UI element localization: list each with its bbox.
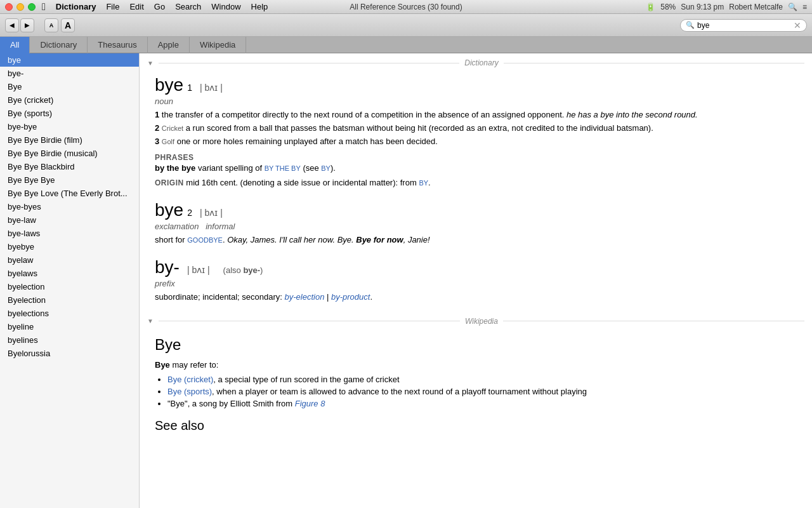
content-area: ▼ Dictionary bye 1 | bʌɪ | noun 1 the tr… (140, 53, 812, 508)
list-item[interactable]: Byelorussia (0, 347, 139, 360)
list-item[interactable]: byelection (0, 280, 139, 293)
list-item[interactable]: bye- (0, 67, 139, 80)
menu-search[interactable]: Search (170, 0, 206, 14)
see-also-header: See also (155, 418, 797, 433)
battery-level: 58% (660, 3, 676, 11)
list-item[interactable]: Bye (0, 80, 139, 93)
entry-superscript-2: 2 (187, 208, 192, 218)
bye-sports-link[interactable]: Bye (sports) (167, 387, 212, 396)
toolbar: ◀ ▶ A A 🔍 ✕ (0, 14, 812, 37)
wiki-intro: Bye may refer to: (155, 359, 797, 372)
entry-pronunciation-3: | bʌɪ | (187, 265, 210, 275)
menu-file[interactable]: File (101, 0, 124, 14)
entry-pos-3: prefix (155, 279, 797, 288)
search-input[interactable] (697, 21, 794, 30)
entry-word-line-2: bye 2 | bʌɪ | (155, 200, 797, 220)
list-item[interactable]: Bye Bye Blackbird (0, 160, 139, 173)
list-item[interactable]: byelines (0, 333, 139, 347)
sidebar: bye bye- Bye Bye (cricket) Bye (sports) … (0, 53, 140, 508)
bye-cricket-link[interactable]: Bye (cricket) (167, 375, 213, 384)
list-item[interactable]: byebye (0, 240, 139, 253)
entry-pos: noun (155, 97, 797, 106)
entry-bye-1: bye 1 | bʌɪ | noun 1 the transfer of a c… (140, 72, 812, 197)
entry-word-line: bye 1 | bʌɪ | (155, 75, 797, 95)
maximize-button[interactable] (28, 3, 36, 11)
list-item[interactable]: Bye (cricket) (0, 93, 139, 107)
list-item[interactable]: Bye Bye Bye (0, 173, 139, 187)
search-magnifier-icon: 🔍 (686, 21, 695, 29)
list-item[interactable]: Byelection (0, 293, 139, 307)
forward-button[interactable]: ▶ (20, 18, 34, 32)
list-item: Bye (cricket), a special type of run sco… (167, 375, 797, 384)
minimize-button[interactable] (16, 3, 24, 11)
username: Robert Metcalfe (729, 3, 783, 11)
list-item[interactable]: byeline (0, 320, 139, 333)
menu-extra-icon[interactable]: ≡ (802, 3, 807, 11)
back-button[interactable]: ◀ (5, 18, 19, 32)
list-item[interactable]: byelaws (0, 267, 139, 280)
font-size-controls: A A (44, 18, 75, 32)
entry-superscript: 1 (187, 83, 192, 93)
tab-all[interactable]: All (0, 37, 30, 53)
origin-text: mid 16th cent. (denoting a side issue or… (186, 178, 430, 187)
by-product-link[interactable]: by-product (331, 292, 370, 302)
origin-header: ORIGIN (155, 178, 184, 187)
list-item[interactable]: bye-law (0, 213, 139, 227)
entry-pos-2: exclamation informal (155, 222, 797, 231)
search-clear-button[interactable]: ✕ (794, 21, 801, 30)
phrases-header: PHRASES (155, 153, 797, 162)
list-item[interactable]: bye-byes (0, 200, 139, 213)
menu-window[interactable]: Window (206, 0, 246, 14)
list-item[interactable]: byelections (0, 307, 139, 320)
list-item[interactable]: Bye Bye Birdie (musical) (0, 147, 139, 160)
font-large-button[interactable]: A (61, 18, 75, 32)
figure-8-link[interactable]: Figure 8 (295, 399, 325, 408)
divider-left-wiki (159, 321, 460, 321)
tab-dictionary[interactable]: Dictionary (30, 37, 88, 53)
menu-help[interactable]: Help (246, 0, 273, 14)
list-item[interactable]: Bye (sports) (0, 107, 139, 120)
divider-left (159, 63, 459, 64)
tab-wikipedia[interactable]: Wikipedia (190, 37, 246, 53)
main-layout: bye bye- Bye Bye (cricket) Bye (sports) … (0, 53, 812, 508)
apple-menu-icon[interactable]:  (42, 1, 46, 13)
wiki-list: Bye (cricket), a special type of run sco… (167, 375, 797, 408)
list-item[interactable]: byelaw (0, 253, 139, 267)
entry-short-for: short for GOODBYE. Okay, James. I'll cal… (155, 234, 797, 247)
tab-apple[interactable]: Apple (148, 37, 190, 53)
entry-also: (also bye-) (216, 265, 263, 275)
entry-headword: bye (155, 75, 183, 95)
menu-view[interactable]: Go (149, 0, 170, 14)
phrases-content: by the bye variant spelling of BY THE BY… (155, 163, 797, 173)
nav-buttons: ◀ ▶ (5, 18, 34, 32)
close-button[interactable] (5, 3, 13, 11)
by-election-link[interactable]: by-election (285, 292, 325, 302)
menu-edit[interactable]: Edit (124, 0, 148, 14)
entry-headword-3: by- (155, 257, 180, 277)
list-item[interactable]: bye-bye (0, 120, 139, 133)
dictionary-label: Dictionary (459, 58, 503, 67)
collapse-wikipedia-button[interactable]: ▼ (147, 318, 154, 324)
dictionary-section-header: ▼ Dictionary (140, 53, 812, 72)
clock: Sun 9:13 pm (681, 3, 724, 11)
entry-def-3: subordinate; incidental; secondary: by-e… (155, 291, 797, 304)
search-icon[interactable]: 🔍 (788, 3, 797, 11)
list-item[interactable]: Bye Bye Love (The Everly Brot... (0, 187, 139, 200)
sidebar-item-bye[interactable]: bye (0, 53, 139, 67)
list-item[interactable]: bye-laws (0, 227, 139, 240)
wikipedia-label: Wikipedia (460, 317, 503, 326)
entry-word-line-3: by- | bʌɪ | (also bye-) (155, 257, 797, 277)
collapse-dictionary-button[interactable]: ▼ (147, 60, 154, 67)
list-item[interactable]: Bye Bye Birdie (film) (0, 133, 139, 147)
font-small-button[interactable]: A (44, 18, 58, 32)
entry-pronunciation-2: | bʌɪ | (200, 208, 223, 218)
tab-thesaurus[interactable]: Thesaurus (88, 37, 147, 53)
divider-right-wiki (503, 321, 804, 321)
list-item: Bye (sports), when a player or team is a… (167, 387, 797, 396)
wikipedia-content: Bye Bye may refer to: Bye (cricket), a s… (140, 331, 812, 441)
window-controls (5, 3, 36, 11)
entry-definitions: 1 the transfer of a competitor directly … (155, 109, 797, 148)
entry-by-prefix: by- | bʌɪ | (also bye-) prefix subordina… (140, 255, 812, 312)
wiki-title: Bye (155, 336, 797, 354)
menu-dictionary[interactable]: Dictionary (51, 0, 102, 14)
